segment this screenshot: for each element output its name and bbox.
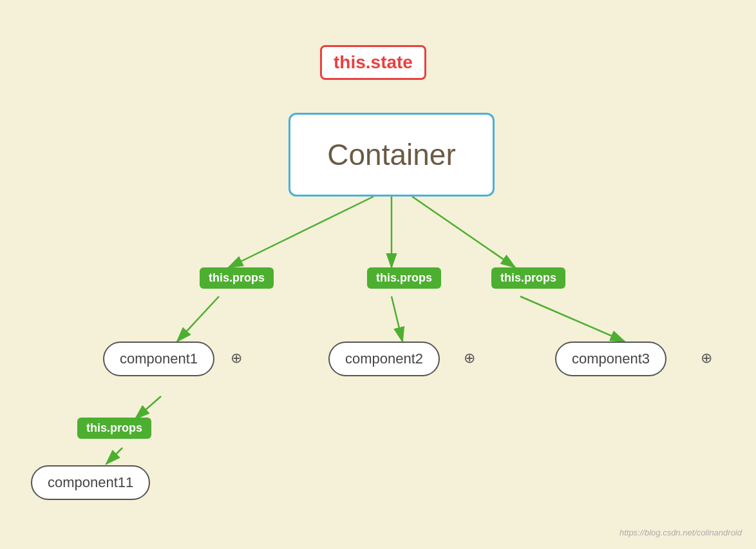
svg-line-8: [106, 448, 122, 464]
props-badge-4: this.props: [77, 418, 151, 439]
svg-line-2: [177, 296, 219, 342]
component3-expand-icon[interactable]: ⊕: [701, 350, 712, 367]
svg-line-1: [229, 197, 373, 267]
component2-expand-icon[interactable]: ⊕: [464, 350, 475, 367]
svg-line-4: [392, 296, 402, 342]
props-badge-1: this.props: [200, 267, 274, 289]
component3-node: component3: [555, 342, 666, 376]
props-badge-2: this.props: [367, 267, 441, 289]
component1-node: component1: [103, 342, 214, 376]
diagram: this.state Container this.props this.pro…: [0, 0, 756, 549]
container-box: Container: [288, 113, 495, 197]
component2-node: component2: [328, 342, 440, 376]
component1-expand-icon[interactable]: ⊕: [231, 350, 242, 367]
svg-line-7: [135, 396, 161, 419]
component11-node: component11: [31, 465, 150, 500]
svg-line-6: [520, 296, 625, 342]
state-badge: this.state: [320, 45, 426, 80]
svg-line-5: [412, 197, 515, 267]
props-badge-3: this.props: [491, 267, 565, 289]
watermark: https://blog.csdn.net/colinandroid: [619, 528, 742, 537]
